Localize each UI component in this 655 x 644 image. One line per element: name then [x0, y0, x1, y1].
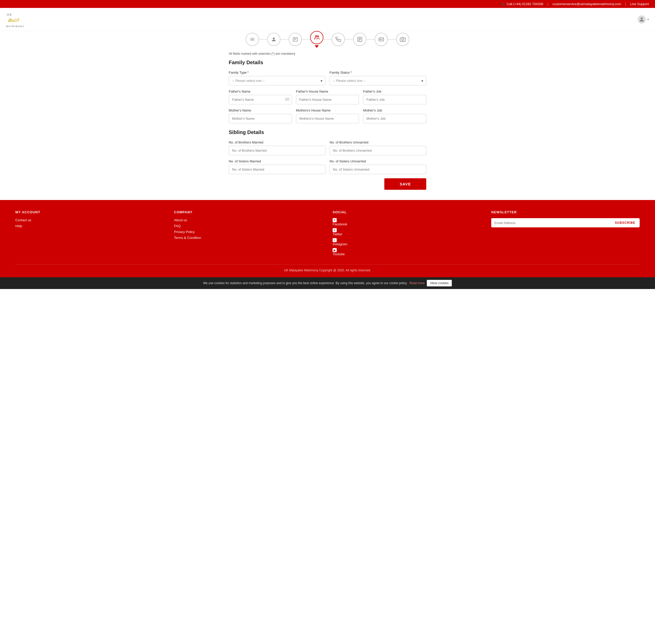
avatar-icon — [638, 15, 646, 24]
phone-text: Call (+44) 01282 704206 — [506, 2, 543, 6]
step-phone[interactable] — [332, 33, 345, 46]
step-arrow — [315, 45, 319, 48]
mothers-name-input[interactable] — [229, 114, 292, 123]
footer: MY ACCOUNT Contact us Help COMPANY About… — [0, 200, 655, 277]
mothers-job-group: Mother's Job — [363, 109, 426, 123]
live-support[interactable]: Live Support — [630, 2, 649, 6]
footer-instagram[interactable]: i Instagram — [333, 238, 481, 246]
step-circle-idcard — [375, 33, 388, 46]
family-type-group: Family Type* -- Please select one -- ▾ — [229, 71, 325, 86]
phone-icon: 📞 — [501, 2, 505, 6]
phone-info: 📞 Call (+44) 01282 704206 — [501, 2, 543, 6]
sisters-unmarried-group: No. of Sisters Unmarried — [330, 159, 426, 174]
step-checklist[interactable] — [353, 33, 366, 46]
step-circle-person — [267, 33, 280, 46]
header: U.K മംഗ MATRIMONY ▾ — [0, 8, 655, 31]
footer-youtube[interactable]: ▶ Youtube — [333, 248, 481, 256]
separator: | — [547, 2, 548, 6]
mother-row: Mother's Name Mothers's House Name Mothe… — [229, 109, 426, 123]
step-email[interactable]: ✉ — [246, 33, 259, 46]
mothers-house-group: Mothers's House Name — [296, 109, 359, 123]
father-row: Father's Name Father's House Name Father… — [229, 90, 426, 105]
support-text: Live Support — [630, 2, 649, 6]
step-circle-family — [310, 31, 323, 44]
connector5 — [345, 39, 353, 40]
svg-point-7 — [315, 36, 317, 37]
user-menu[interactable]: ▾ — [638, 15, 649, 24]
connector2 — [280, 39, 289, 40]
subscribe-button[interactable]: SUBSCRIBE — [610, 218, 640, 227]
mothers-job-label: Mother's Job — [363, 109, 426, 112]
footer-privacy-policy[interactable]: Privacy Policy — [174, 230, 322, 234]
cookie-read-more[interactable]: Read more — [409, 281, 425, 285]
logo[interactable]: U.K മംഗ MATRIMONY — [6, 11, 25, 28]
allow-cookies-button[interactable]: Allow cookies — [427, 280, 452, 286]
cookie-text: We use cookies for statistics and market… — [203, 281, 408, 285]
sisters-married-label: No. of Sisters Married — [229, 159, 325, 163]
email-info: customerservice@ukmalayaleematrimony.com — [552, 2, 621, 6]
fathers-house-label: Father's House Name — [296, 90, 359, 93]
footer-my-account: MY ACCOUNT Contact us Help — [15, 210, 164, 258]
step-camera[interactable] — [396, 33, 409, 46]
step-person[interactable] — [267, 33, 280, 46]
connector3 — [302, 39, 310, 40]
svg-point-17 — [402, 39, 404, 40]
separator2: | — [625, 2, 626, 6]
sisters-unmarried-input[interactable] — [330, 165, 426, 174]
fathers-name-input[interactable] — [229, 95, 292, 105]
step-family-wrapper — [310, 31, 323, 48]
family-section-title: Family Details — [229, 60, 426, 66]
step-circle-checklist — [353, 33, 366, 46]
mothers-name-label: Mother's Name — [229, 109, 292, 112]
brothers-row: No. of Brothers Married No. of Brothers … — [229, 140, 426, 155]
mothers-job-input[interactable] — [363, 114, 426, 123]
footer-faq[interactable]: FAQ — [174, 224, 322, 228]
footer-help[interactable]: Help — [15, 224, 164, 228]
fathers-house-group: Father's House Name — [296, 90, 359, 105]
footer-contact-us[interactable]: Contact us — [15, 218, 164, 222]
brothers-unmarried-group: No. of Brothers Unmarried — [330, 140, 426, 155]
brothers-married-input[interactable] — [229, 146, 325, 155]
dropdown-arrow-icon: ▾ — [647, 18, 649, 21]
footer-social-title: SOCIAL — [333, 210, 481, 214]
svg-point-8 — [318, 36, 319, 37]
sisters-married-group: No. of Sisters Married — [229, 159, 325, 174]
fathers-house-input[interactable] — [296, 95, 359, 105]
svg-point-14 — [380, 39, 381, 40]
mothers-house-input[interactable] — [296, 114, 359, 123]
sisters-unmarried-label: No. of Sisters Unmarried — [330, 159, 426, 163]
instagram-icon: i — [333, 238, 337, 242]
brothers-unmarried-input[interactable] — [330, 146, 426, 155]
connector6 — [366, 39, 375, 40]
fathers-job-input[interactable] — [363, 95, 426, 105]
svg-text:U.K: U.K — [7, 13, 12, 16]
step-idcard[interactable] — [375, 33, 388, 46]
step-family[interactable] — [310, 31, 323, 44]
footer-facebook[interactable]: f Facebook — [333, 218, 481, 226]
cookie-bar: We use cookies for statistics and market… — [0, 277, 655, 289]
family-status-select[interactable]: -- Please select one -- — [330, 76, 426, 86]
family-type-status-row: Family Type* -- Please select one -- ▾ F… — [229, 71, 426, 86]
footer-grid: MY ACCOUNT Contact us Help COMPANY About… — [15, 210, 640, 258]
sisters-row: No. of Sisters Married No. of Sisters Un… — [229, 159, 426, 174]
save-row: SAVE — [229, 178, 426, 190]
footer-copyright: UK Malayalee Matrimony Copyright @ 2020.… — [15, 264, 640, 272]
step-contact[interactable] — [289, 33, 302, 46]
email-text: customerservice@ukmalayaleematrimony.com — [552, 2, 621, 6]
footer-company: COMPANY About us FAQ Privacy Policy Term… — [174, 210, 322, 258]
newsletter-email-input[interactable] — [491, 218, 610, 227]
fathers-name-group: Father's Name — [229, 90, 292, 105]
svg-point-19 — [286, 99, 287, 99]
footer-my-account-title: MY ACCOUNT — [15, 210, 164, 214]
sisters-married-input[interactable] — [229, 165, 325, 174]
footer-twitter[interactable]: t Twitter — [333, 228, 481, 236]
family-type-select[interactable]: -- Please select one -- — [229, 76, 325, 86]
footer-newsletter: NEWSLETTER SUBSCRIBE — [491, 210, 640, 258]
step-circle-camera — [396, 33, 409, 46]
footer-about-us[interactable]: About us — [174, 218, 322, 222]
connector — [259, 39, 267, 40]
save-button[interactable]: SAVE — [384, 178, 426, 190]
svg-point-2 — [641, 17, 643, 19]
facebook-icon: f — [333, 218, 337, 222]
footer-terms[interactable]: Terms & Condition — [174, 236, 322, 240]
